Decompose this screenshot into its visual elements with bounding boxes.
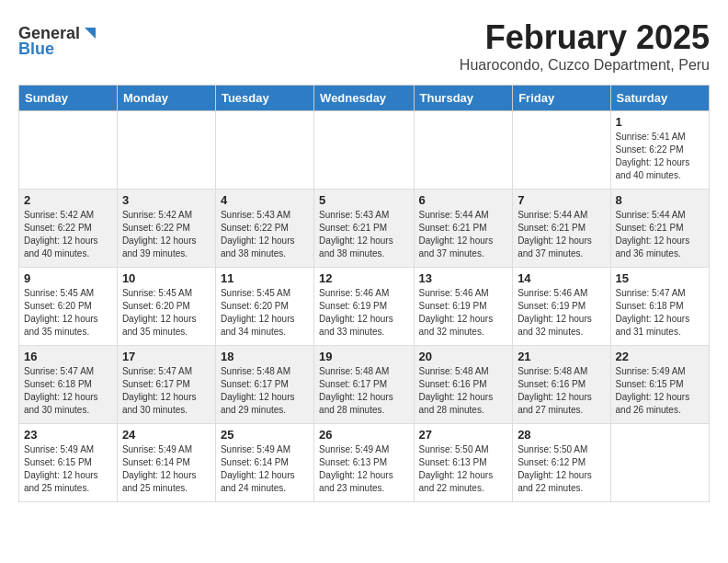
calendar-cell: 2Sunrise: 5:42 AM Sunset: 6:22 PM Daylig…	[19, 190, 118, 268]
calendar-cell: 18Sunrise: 5:48 AM Sunset: 6:17 PM Dayli…	[215, 346, 313, 424]
logo-triangle-icon	[81, 26, 96, 40]
calendar-cell	[215, 111, 313, 190]
calendar-cell: 15Sunrise: 5:47 AM Sunset: 6:18 PM Dayli…	[610, 268, 709, 346]
day-number: 16	[24, 350, 112, 363]
day-number: 24	[122, 428, 210, 442]
day-number: 1	[616, 115, 704, 129]
day-info: Sunrise: 5:46 AM Sunset: 6:19 PM Dayligh…	[319, 287, 408, 339]
day-info: Sunrise: 5:50 AM Sunset: 6:13 PM Dayligh…	[419, 443, 508, 495]
day-number: 18	[221, 350, 309, 363]
weekday-header-thursday: Thursday	[414, 86, 513, 111]
calendar-cell: 20Sunrise: 5:48 AM Sunset: 6:16 PM Dayli…	[414, 346, 513, 424]
day-number: 4	[221, 193, 309, 207]
day-number: 28	[518, 428, 605, 442]
calendar-cell: 28Sunrise: 5:50 AM Sunset: 6:12 PM Dayli…	[513, 424, 610, 502]
day-number: 19	[319, 350, 408, 363]
calendar-title: February 2025	[18, 18, 710, 57]
day-info: Sunrise: 5:43 AM Sunset: 6:21 PM Dayligh…	[319, 209, 408, 260]
day-number: 2	[24, 193, 112, 207]
calendar-cell: 14Sunrise: 5:46 AM Sunset: 6:19 PM Dayli…	[513, 268, 610, 346]
calendar-cell: 24Sunrise: 5:49 AM Sunset: 6:14 PM Dayli…	[117, 424, 215, 502]
day-info: Sunrise: 5:41 AM Sunset: 6:22 PM Dayligh…	[616, 131, 704, 182]
day-number: 13	[419, 271, 508, 285]
calendar-cell	[314, 111, 414, 190]
day-info: Sunrise: 5:44 AM Sunset: 6:21 PM Dayligh…	[616, 209, 704, 260]
svg-marker-0	[85, 28, 96, 39]
calendar-table: SundayMondayTuesdayWednesdayThursdayFrid…	[18, 85, 710, 502]
day-info: Sunrise: 5:47 AM Sunset: 6:17 PM Dayligh…	[122, 365, 210, 417]
day-info: Sunrise: 5:43 AM Sunset: 6:22 PM Dayligh…	[221, 209, 309, 260]
calendar-cell: 6Sunrise: 5:44 AM Sunset: 6:21 PM Daylig…	[414, 190, 513, 268]
day-info: Sunrise: 5:44 AM Sunset: 6:21 PM Dayligh…	[518, 209, 605, 260]
calendar-cell: 19Sunrise: 5:48 AM Sunset: 6:17 PM Dayli…	[314, 346, 414, 424]
calendar-cell: 13Sunrise: 5:46 AM Sunset: 6:19 PM Dayli…	[414, 268, 513, 346]
day-info: Sunrise: 5:49 AM Sunset: 6:14 PM Dayligh…	[221, 443, 309, 495]
calendar-cell: 11Sunrise: 5:45 AM Sunset: 6:20 PM Dayli…	[215, 268, 313, 346]
weekday-header-sunday: Sunday	[19, 86, 118, 111]
logo-blue-text: Blue	[18, 40, 54, 59]
day-info: Sunrise: 5:48 AM Sunset: 6:17 PM Dayligh…	[319, 365, 408, 417]
calendar-subtitle: Huarocondo, Cuzco Department, Peru	[18, 57, 710, 74]
day-info: Sunrise: 5:49 AM Sunset: 6:15 PM Dayligh…	[24, 443, 112, 495]
day-info: Sunrise: 5:48 AM Sunset: 6:16 PM Dayligh…	[518, 365, 605, 417]
calendar-cell	[19, 111, 118, 190]
calendar-cell: 25Sunrise: 5:49 AM Sunset: 6:14 PM Dayli…	[215, 424, 313, 502]
calendar-cell: 10Sunrise: 5:45 AM Sunset: 6:20 PM Dayli…	[117, 268, 215, 346]
calendar-cell	[513, 111, 610, 190]
day-number: 9	[24, 271, 112, 285]
calendar-cell: 7Sunrise: 5:44 AM Sunset: 6:21 PM Daylig…	[513, 190, 610, 268]
day-info: Sunrise: 5:48 AM Sunset: 6:17 PM Dayligh…	[221, 365, 309, 417]
day-number: 14	[518, 271, 605, 285]
calendar-cell: 9Sunrise: 5:45 AM Sunset: 6:20 PM Daylig…	[19, 268, 118, 346]
day-number: 6	[419, 193, 508, 207]
calendar-cell: 8Sunrise: 5:44 AM Sunset: 6:21 PM Daylig…	[610, 190, 709, 268]
calendar-cell: 27Sunrise: 5:50 AM Sunset: 6:13 PM Dayli…	[414, 424, 513, 502]
calendar-cell	[610, 424, 709, 502]
day-number: 27	[419, 428, 508, 442]
calendar-cell: 22Sunrise: 5:49 AM Sunset: 6:15 PM Dayli…	[610, 346, 709, 424]
day-number: 8	[616, 193, 704, 207]
day-number: 15	[616, 271, 704, 285]
calendar-cell: 4Sunrise: 5:43 AM Sunset: 6:22 PM Daylig…	[215, 190, 313, 268]
weekday-header-saturday: Saturday	[610, 86, 709, 111]
day-info: Sunrise: 5:44 AM Sunset: 6:21 PM Dayligh…	[419, 209, 508, 260]
day-info: Sunrise: 5:45 AM Sunset: 6:20 PM Dayligh…	[24, 287, 112, 339]
day-number: 11	[221, 271, 309, 285]
calendar-cell: 12Sunrise: 5:46 AM Sunset: 6:19 PM Dayli…	[314, 268, 414, 346]
day-number: 21	[518, 350, 605, 363]
day-info: Sunrise: 5:47 AM Sunset: 6:18 PM Dayligh…	[616, 287, 704, 339]
day-info: Sunrise: 5:42 AM Sunset: 6:22 PM Dayligh…	[24, 209, 112, 260]
day-info: Sunrise: 5:42 AM Sunset: 6:22 PM Dayligh…	[122, 209, 210, 260]
day-number: 23	[24, 428, 112, 442]
day-number: 5	[319, 193, 408, 207]
calendar-cell	[414, 111, 513, 190]
calendar-cell: 3Sunrise: 5:42 AM Sunset: 6:22 PM Daylig…	[117, 190, 215, 268]
calendar-cell	[117, 111, 215, 190]
weekday-header-monday: Monday	[117, 86, 215, 111]
day-number: 10	[122, 271, 210, 285]
day-number: 22	[616, 350, 704, 363]
day-number: 20	[419, 350, 508, 363]
day-number: 12	[319, 271, 408, 285]
day-info: Sunrise: 5:45 AM Sunset: 6:20 PM Dayligh…	[122, 287, 210, 339]
calendar-cell: 16Sunrise: 5:47 AM Sunset: 6:18 PM Dayli…	[19, 346, 118, 424]
day-info: Sunrise: 5:50 AM Sunset: 6:12 PM Dayligh…	[518, 443, 605, 495]
day-info: Sunrise: 5:49 AM Sunset: 6:15 PM Dayligh…	[616, 365, 704, 417]
day-number: 17	[122, 350, 210, 363]
day-number: 7	[518, 193, 605, 207]
day-info: Sunrise: 5:46 AM Sunset: 6:19 PM Dayligh…	[419, 287, 508, 339]
weekday-header-friday: Friday	[513, 86, 610, 111]
day-info: Sunrise: 5:49 AM Sunset: 6:13 PM Dayligh…	[319, 443, 408, 495]
calendar-cell: 26Sunrise: 5:49 AM Sunset: 6:13 PM Dayli…	[314, 424, 414, 502]
day-info: Sunrise: 5:45 AM Sunset: 6:20 PM Dayligh…	[221, 287, 309, 339]
calendar-cell: 17Sunrise: 5:47 AM Sunset: 6:17 PM Dayli…	[117, 346, 215, 424]
logo: General Blue	[18, 24, 96, 59]
calendar-cell: 5Sunrise: 5:43 AM Sunset: 6:21 PM Daylig…	[314, 190, 414, 268]
calendar-cell: 21Sunrise: 5:48 AM Sunset: 6:16 PM Dayli…	[513, 346, 610, 424]
day-info: Sunrise: 5:47 AM Sunset: 6:18 PM Dayligh…	[24, 365, 112, 417]
day-info: Sunrise: 5:48 AM Sunset: 6:16 PM Dayligh…	[419, 365, 508, 417]
day-number: 25	[221, 428, 309, 442]
calendar-cell: 23Sunrise: 5:49 AM Sunset: 6:15 PM Dayli…	[19, 424, 118, 502]
day-number: 26	[319, 428, 408, 442]
day-number: 3	[122, 193, 210, 207]
